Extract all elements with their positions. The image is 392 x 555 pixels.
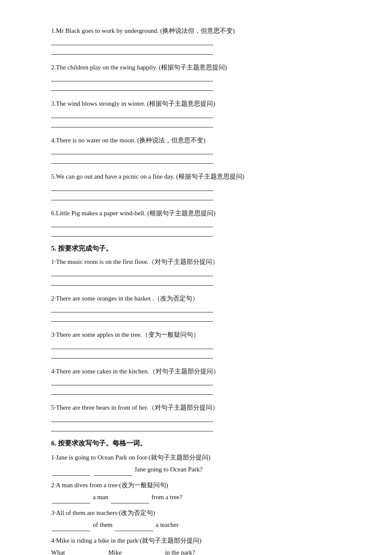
p6-q3-blank1[interactable] <box>52 524 90 531</box>
p5-q3-line1[interactable] <box>51 341 213 349</box>
p6-q2-answer: a man from a tree? <box>51 491 341 503</box>
p5-q3-line2[interactable] <box>51 351 213 358</box>
p6-q3: 3·All of them are teachers·(改为否定句) of th… <box>51 507 341 531</box>
p5-q5-text: 5·There are three bears in front of her.… <box>51 402 341 413</box>
q4-5: 5.We can go out and have a picnic on a f… <box>51 171 341 200</box>
p5-q2-line1[interactable] <box>51 305 213 312</box>
q4-5-text: 5.We can go out and have a picnic on a f… <box>51 171 341 182</box>
p6-q2-mid: a man <box>93 494 108 500</box>
p6-q2: 2·A man dives from a tree·(改为一般疑问句) a ma… <box>51 479 341 503</box>
p5-q5-line1[interactable] <box>51 414 213 422</box>
p5-q2-line2[interactable] <box>51 314 213 322</box>
p5-q1: 1·The music room is on the first floor.（… <box>51 257 341 286</box>
q4-6-line2[interactable] <box>51 229 213 237</box>
p6-q2-blank1[interactable] <box>52 497 90 503</box>
p6-q4-suffix: in the park? <box>165 549 195 555</box>
q4-6: 6.Little Pig makes a paper wind-bell. (根… <box>51 208 341 237</box>
p6-q3-suffix: a teacher <box>156 521 179 528</box>
q4-4-text: 4.There is no water on the moon. (换种说法，但… <box>51 135 341 146</box>
p5-q5: 5·There are three bears in front of her.… <box>51 402 341 431</box>
q4-1: 1.Mr Black goes to work by underground. … <box>51 26 341 55</box>
p6-q1: 1·Jane is going to Ocean Park on foot·(就… <box>51 451 341 476</box>
q4-1-line2[interactable] <box>51 47 213 55</box>
p6-q3-answer: of them a teacher <box>51 519 341 531</box>
part5-section: 5. 按要求完成句子。 1·The music room is on the f… <box>51 244 341 431</box>
p5-q4-line1[interactable] <box>51 378 213 385</box>
q4-4-line1[interactable] <box>51 147 213 154</box>
q4-4: 4.There is no water on the moon. (换种说法，但… <box>51 135 341 164</box>
q4-2-line2[interactable] <box>51 83 213 91</box>
p6-q4-answer: What Mike in the park? <box>51 546 341 555</box>
p6-q3-text: 3·All of them are teachers·(改为否定句) <box>51 507 341 519</box>
p6-q1-suffix: Jane going to Ocean Park? <box>135 466 203 473</box>
p6-q1-blank1[interactable] <box>52 469 90 476</box>
q4-6-line1[interactable] <box>51 220 213 227</box>
p5-q5-line2[interactable] <box>51 424 213 431</box>
p5-q4-line2[interactable] <box>51 387 213 395</box>
part6-section: 6. 按要求改写句子。每格一词。 1·Jane is going to Ocea… <box>51 439 341 555</box>
q4-3-line2[interactable] <box>51 120 213 127</box>
p6-q1-blank2[interactable] <box>94 469 132 476</box>
p6-q4-blank1[interactable] <box>67 552 106 555</box>
p5-q2-text: 2·There are some oranges in the basket .… <box>51 293 341 304</box>
q4-3: 3.The wind blows strongly in winter. (根据… <box>51 98 341 127</box>
p5-q3: 3·There are some apples in the tree.（变为一… <box>51 330 341 358</box>
p6-q2-text: 2·A man dives from a tree·(改为一般疑问句) <box>51 479 341 491</box>
p6-q1-answer: Jane going to Ocean Park? <box>51 463 341 476</box>
p5-q1-text: 1·The music room is on the first floor.（… <box>51 257 341 268</box>
q4-1-line1[interactable] <box>51 38 213 45</box>
q4-5-line1[interactable] <box>51 183 213 191</box>
p5-q1-line2[interactable] <box>51 278 213 286</box>
p6-q4-mid: Mike <box>108 549 122 555</box>
q4-5-line2[interactable] <box>51 193 213 200</box>
p6-q4-text: 4·Mike is riding a bike in the park·(就句子… <box>51 535 341 547</box>
p6-q3-mid: of them <box>93 521 112 528</box>
p5-q2: 2·There are some oranges in the basket .… <box>51 293 341 322</box>
p5-q4: 4·There are some cakes in the kitchen.（对… <box>51 366 341 395</box>
q4-3-line1[interactable] <box>51 110 213 118</box>
q4-6-text: 6.Little Pig makes a paper wind-bell. (根… <box>51 208 341 219</box>
part5-heading: 5. 按要求完成句子。 <box>51 244 341 253</box>
part6-heading: 6. 按要求改写句子。每格一词。 <box>51 439 341 448</box>
q4-4-line2[interactable] <box>51 156 213 164</box>
p6-q3-blank2[interactable] <box>115 524 153 531</box>
p5-q3-text: 3·There are some apples in the tree.（变为一… <box>51 330 341 341</box>
p6-q2-blank2[interactable] <box>111 497 149 503</box>
p6-q4-prefix: What <box>51 549 65 555</box>
part4-section: 1.Mr Black goes to work by underground. … <box>51 26 341 237</box>
q4-1-text: 1.Mr Black goes to work by underground. … <box>51 26 341 37</box>
p6-q1-text: 1·Jane is going to Ocean Park on foot·(就… <box>51 451 341 464</box>
q4-3-text: 3.The wind blows strongly in winter. (根据… <box>51 98 341 110</box>
p6-q2-suffix: from a tree? <box>151 494 182 500</box>
p5-q4-text: 4·There are some cakes in the kitchen.（对… <box>51 366 341 377</box>
q4-2: 2.The children play on the swing happily… <box>51 62 341 91</box>
p5-q1-line1[interactable] <box>51 269 213 276</box>
q4-2-text: 2.The children play on the swing happily… <box>51 62 341 73</box>
q4-2-line1[interactable] <box>51 74 213 81</box>
p6-q4-blank2[interactable] <box>124 552 162 555</box>
p6-q4: 4·Mike is riding a bike in the park·(就句子… <box>51 535 341 555</box>
